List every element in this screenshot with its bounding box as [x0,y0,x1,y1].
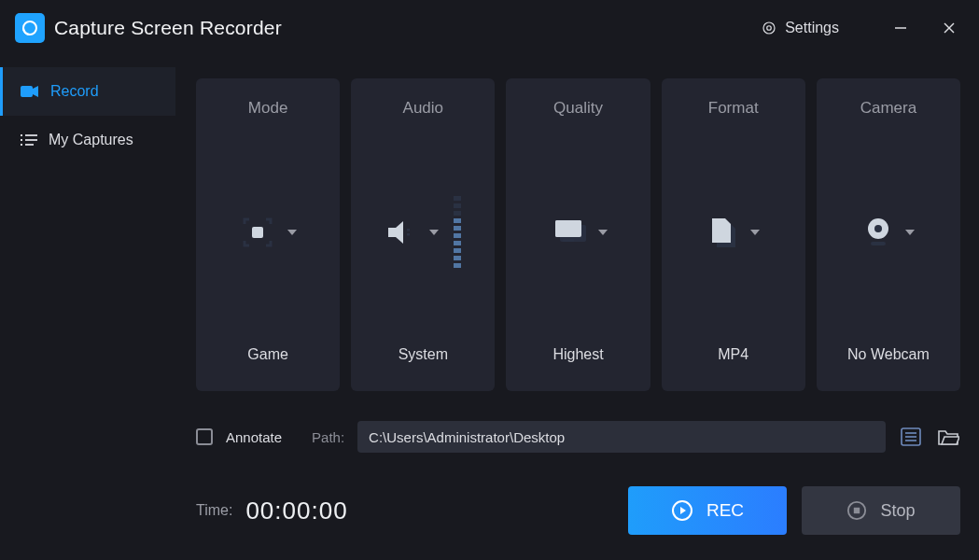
sidebar-item-label: My Captures [49,132,133,148]
svg-point-3 [767,26,772,31]
stop-button-label: Stop [880,501,915,521]
svg-rect-25 [454,256,461,260]
chevron-down-icon [429,230,439,235]
annotate-checkbox[interactable] [196,428,213,445]
card-value: MP4 [718,346,748,363]
card-title: Format [708,99,759,118]
annotate-label: Annotate [226,429,282,445]
option-cards: Mode Game [196,78,960,391]
app-title: Capture Screen Recorder [54,17,282,39]
card-title: Audio [403,99,443,118]
path-label: Path: [312,429,344,445]
svg-rect-24 [454,248,461,253]
chevron-down-icon [905,230,915,235]
card-quality[interactable]: Quality Highest [506,78,650,391]
svg-point-2 [763,22,775,34]
record-button-label: REC [706,500,744,521]
svg-rect-17 [454,196,461,201]
svg-rect-22 [454,233,461,238]
card-title: Camera [860,99,916,118]
card-value: Game [247,346,288,363]
svg-rect-14 [252,227,263,238]
stop-button[interactable]: Stop [802,486,960,535]
chevron-down-icon [750,230,760,235]
list-icon [21,133,37,147]
webcam-icon [862,216,894,249]
chevron-down-icon [598,230,608,235]
file-icon [707,216,739,249]
card-format[interactable]: Format MP4 [662,78,805,391]
svg-rect-1 [27,26,33,30]
minimize-button[interactable] [886,13,916,43]
settings-button[interactable]: Settings [751,14,848,42]
svg-rect-18 [454,203,461,208]
path-row: Annotate Path: [196,421,960,453]
svg-rect-30 [563,239,574,242]
svg-rect-33 [871,242,886,245]
svg-rect-16 [407,233,410,236]
card-mode[interactable]: Mode Game [196,78,340,391]
card-value: No Webcam [847,346,930,363]
path-input[interactable] [357,421,886,453]
monitor-icon [550,217,587,248]
record-button[interactable]: REC [628,486,787,535]
svg-rect-40 [854,508,860,513]
play-circle-icon [671,499,693,522]
svg-rect-7 [21,86,33,97]
svg-rect-23 [454,241,461,245]
browse-folder-button[interactable] [936,425,960,449]
main-panel: Mode Game [175,56,979,560]
card-title: Quality [553,99,603,118]
svg-point-32 [874,225,882,232]
stop-circle-icon [846,500,867,521]
card-audio[interactable]: Audio [351,78,495,391]
chevron-down-icon [287,230,297,235]
svg-rect-29 [555,220,581,237]
sidebar: Record My Captures [0,56,175,560]
svg-rect-19 [454,211,461,216]
game-target-icon [239,214,276,251]
sidebar-item-label: Record [50,83,99,100]
speaker-icon [385,217,418,248]
svg-rect-21 [454,226,461,231]
controls-row: Time: 00:00:00 REC Stop [196,486,960,535]
time-label: Time: [196,502,232,519]
card-camera[interactable]: Camera No Webcam [817,78,960,391]
sidebar-item-my-captures[interactable]: My Captures [0,116,175,164]
camcorder-icon [21,85,39,98]
path-list-button[interactable] [899,425,923,449]
time-value: 00:00:00 [245,497,347,525]
card-value: System [399,346,448,363]
svg-rect-15 [407,229,410,231]
settings-label: Settings [785,20,839,36]
app-logo [15,13,45,43]
close-button[interactable] [934,13,964,43]
card-title: Mode [248,99,288,118]
svg-rect-26 [454,263,461,268]
title-bar: Capture Screen Recorder Settings [0,0,979,56]
sidebar-item-record[interactable]: Record [0,67,175,116]
gear-icon [761,20,777,36]
svg-rect-20 [454,218,461,223]
level-meter-icon [454,196,461,269]
card-value: Highest [552,346,603,363]
